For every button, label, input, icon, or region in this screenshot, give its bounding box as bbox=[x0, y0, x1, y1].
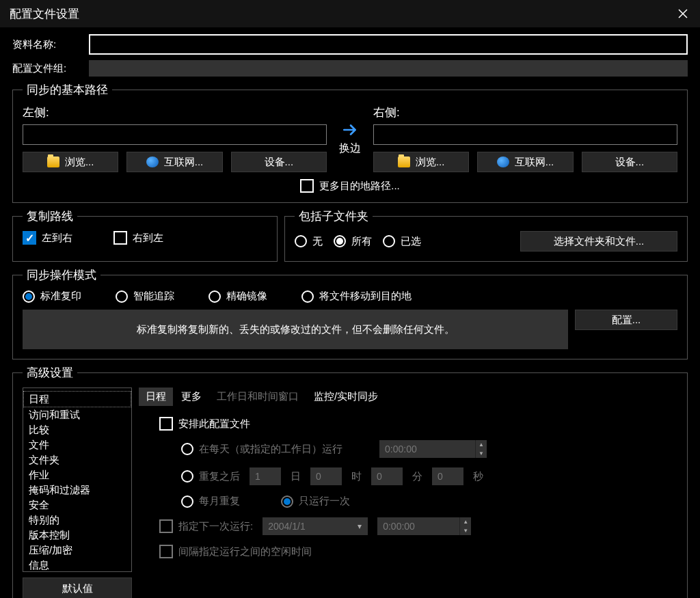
list-item[interactable]: 安全 bbox=[23, 498, 131, 513]
more-dest-checkbox[interactable]: 更多目的地路径... bbox=[300, 179, 400, 193]
mode-config-button[interactable]: 配置... bbox=[575, 310, 677, 330]
radio-icon bbox=[295, 235, 307, 247]
left-path-input[interactable] bbox=[23, 124, 327, 145]
next-date-input[interactable] bbox=[262, 517, 351, 535]
right-side: 右侧: 浏览... 互联网... 设备... bbox=[373, 105, 677, 172]
radio-icon bbox=[116, 290, 128, 303]
left-side: 左侧: 浏览... 互联网... 设备... bbox=[23, 105, 327, 172]
subfolders-none-radio[interactable]: 无 bbox=[295, 235, 323, 248]
mode-mirror-radio[interactable]: 精确镜像 bbox=[208, 290, 267, 303]
idle-between-checkbox[interactable]: 间隔指定运行之间的空闲时间 bbox=[159, 545, 312, 558]
repeat-radio[interactable]: 重复之后 bbox=[181, 470, 240, 483]
radio-icon bbox=[181, 470, 193, 483]
list-item[interactable]: 作业 bbox=[23, 467, 131, 483]
close-icon bbox=[677, 8, 688, 19]
time-spinner[interactable]: ▲▼ bbox=[459, 517, 471, 535]
spin-up-icon[interactable]: ▲ bbox=[476, 440, 487, 449]
sync-mode-fieldset: 同步操作模式 标准复印 智能追踪 精确镜像 将文件移动到目的地 标准复制将复制新… bbox=[12, 267, 688, 359]
swap-sides[interactable]: 换边 bbox=[339, 121, 361, 156]
left-label: 左侧: bbox=[23, 105, 327, 120]
radio-icon bbox=[23, 290, 35, 303]
right-device-button[interactable]: 设备... bbox=[582, 152, 677, 172]
select-files-button[interactable]: 选择文件夹和文件... bbox=[520, 231, 677, 252]
subfolders-fieldset: 包括子文件夹 无 所有 已选 选择文件夹和文件... bbox=[284, 208, 688, 262]
advanced-tabs: 日程 更多 工作日和时间窗口 监控/实时同步 bbox=[139, 388, 677, 406]
default-button[interactable]: 默认值 bbox=[23, 577, 132, 598]
profile-name-input[interactable] bbox=[89, 34, 688, 55]
radio-icon bbox=[181, 495, 193, 508]
checkbox-icon bbox=[159, 519, 173, 533]
right-path-input[interactable] bbox=[373, 124, 677, 145]
spin-up-icon[interactable]: ▲ bbox=[460, 517, 471, 526]
spin-down-icon[interactable]: ▼ bbox=[460, 526, 471, 535]
list-item[interactable]: 掩码和过滤器 bbox=[23, 483, 131, 498]
list-item[interactable]: 压缩/加密 bbox=[23, 543, 131, 558]
hours-input[interactable] bbox=[310, 467, 342, 485]
next-time-input[interactable] bbox=[377, 517, 459, 535]
list-item[interactable]: 比较 bbox=[23, 422, 131, 437]
secs-input[interactable] bbox=[432, 467, 463, 485]
copy-direction-legend: 复制路线 bbox=[23, 208, 77, 224]
radio-icon bbox=[383, 235, 395, 247]
mode-smart-radio[interactable]: 智能追踪 bbox=[116, 290, 174, 303]
close-button[interactable] bbox=[673, 3, 693, 24]
next-run-checkbox[interactable]: 指定下一次运行: bbox=[159, 519, 253, 533]
list-item[interactable]: 访问和重试 bbox=[23, 407, 131, 422]
ltr-checkbox[interactable]: 左到右 bbox=[23, 231, 72, 245]
left-browse-button[interactable]: 浏览... bbox=[23, 152, 118, 172]
time-spinner[interactable]: ▲▼ bbox=[475, 440, 487, 458]
subfolders-legend: 包括子文件夹 bbox=[295, 208, 373, 224]
radio-icon bbox=[181, 443, 193, 455]
left-device-button[interactable]: 设备... bbox=[231, 152, 327, 172]
list-item[interactable]: 日程 bbox=[23, 391, 131, 407]
tab-more[interactable]: 更多 bbox=[174, 388, 208, 406]
profile-group-label: 配置文件组: bbox=[12, 62, 89, 75]
checkbox-icon bbox=[23, 231, 36, 245]
titlebar: 配置文件设置 bbox=[0, 0, 700, 27]
daily-radio[interactable]: 在每天（或指定的工作日）运行 bbox=[181, 443, 342, 456]
right-label: 右侧: bbox=[373, 105, 677, 120]
globe-icon bbox=[497, 157, 509, 167]
right-browse-button[interactable]: 浏览... bbox=[373, 152, 469, 172]
tab-schedule[interactable]: 日程 bbox=[139, 388, 173, 406]
sync-mode-legend: 同步操作模式 bbox=[23, 267, 100, 283]
list-item[interactable]: 特别的 bbox=[23, 513, 131, 528]
mins-input[interactable] bbox=[371, 467, 403, 485]
monthly-radio[interactable]: 每月重复 bbox=[181, 495, 240, 508]
advanced-legend: 高级设置 bbox=[23, 365, 77, 381]
checkbox-icon bbox=[113, 231, 127, 245]
mode-move-radio[interactable]: 将文件移动到目的地 bbox=[301, 290, 412, 303]
arrow-right-icon bbox=[341, 121, 359, 139]
subfolders-selected-radio[interactable]: 已选 bbox=[383, 235, 421, 248]
profile-group-row: 配置文件组: bbox=[12, 60, 688, 77]
radio-icon bbox=[281, 495, 293, 508]
list-item[interactable]: 版本控制 bbox=[23, 528, 131, 543]
days-input[interactable] bbox=[250, 467, 281, 485]
checkbox-icon bbox=[159, 417, 173, 431]
schedule-panel: 安排此配置文件 在每天（或指定的工作日）运行 ▲▼ 重复之后 日 时 bbox=[139, 411, 677, 573]
daily-time-input[interactable] bbox=[379, 440, 475, 458]
profile-group-input[interactable] bbox=[89, 60, 688, 77]
list-item[interactable]: 信息 bbox=[23, 558, 131, 572]
mode-standard-radio[interactable]: 标准复印 bbox=[23, 290, 81, 303]
mode-description: 标准复制将复制新的、丢失的或修改过的文件，但不会删除任何文件。 bbox=[23, 310, 568, 349]
list-item[interactable]: 文件夹 bbox=[23, 452, 131, 467]
once-radio[interactable]: 只运行一次 bbox=[281, 495, 350, 508]
checkbox-icon bbox=[159, 545, 173, 558]
list-item[interactable]: 文件 bbox=[23, 437, 131, 452]
checkbox-icon bbox=[300, 179, 314, 193]
radio-icon bbox=[208, 290, 221, 303]
enable-schedule-checkbox[interactable]: 安排此配置文件 bbox=[159, 417, 250, 431]
right-internet-button[interactable]: 互联网... bbox=[477, 152, 573, 172]
rtl-checkbox[interactable]: 右到左 bbox=[113, 231, 163, 245]
basepaths-legend: 同步的基本路径 bbox=[23, 82, 112, 98]
basepaths-fieldset: 同步的基本路径 左侧: 浏览... 互联网... 设备... 换边 右侧: 浏览… bbox=[12, 82, 688, 203]
radio-icon bbox=[301, 290, 314, 303]
left-internet-button[interactable]: 互联网... bbox=[126, 152, 222, 172]
subfolders-all-radio[interactable]: 所有 bbox=[334, 235, 372, 248]
tab-workday: 工作日和时间窗口 bbox=[210, 388, 306, 406]
tab-monitor[interactable]: 监控/实时同步 bbox=[307, 388, 385, 406]
advanced-category-list[interactable]: 日程 访问和重试 比较 文件 文件夹 作业 掩码和过滤器 安全 特别的 版本控制… bbox=[23, 388, 132, 572]
date-dropdown-button[interactable]: ▾ bbox=[351, 517, 368, 535]
spin-down-icon[interactable]: ▼ bbox=[476, 449, 487, 458]
